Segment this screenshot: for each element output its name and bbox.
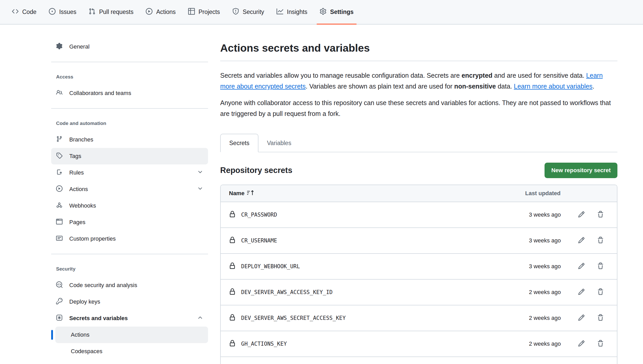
webhook-icon	[56, 202, 63, 210]
tab-label: Settings	[330, 9, 354, 15]
sidebar-item-secrets-variables[interactable]: Secrets and variables	[51, 310, 208, 327]
column-name-label: Name	[229, 190, 244, 197]
table-row: CR_USERNAME 3 weeks ago	[221, 227, 617, 253]
sidebar-item-collaborators[interactable]: Collaborators and teams	[51, 85, 208, 101]
tab-issues[interactable]: Issues	[44, 0, 81, 24]
table-row: DEV_SERVER_AWS_SECRET_ACCESS_KEY 2 weeks…	[221, 305, 617, 331]
key-asterisk-icon	[56, 314, 63, 322]
table-row: GH_ACTIONS_KEY 2 weeks ago	[221, 331, 617, 357]
section-title: Repository secrets	[220, 166, 292, 175]
last-updated: 3 weeks ago	[499, 211, 561, 218]
lock-icon	[229, 314, 236, 322]
intro-text: . Variables are shown as plain text and …	[306, 83, 454, 90]
tab-code[interactable]: Code	[7, 0, 41, 24]
sidebar-item-label: Deploy keys	[69, 298, 100, 305]
edit-secret-button[interactable]	[578, 288, 585, 296]
sidebar-subitem-codespaces[interactable]: Codespaces	[55, 343, 208, 360]
edit-secret-button[interactable]	[578, 263, 585, 270]
tab-actions[interactable]: Actions	[141, 0, 180, 24]
secret-name-cell: CR_USERNAME	[229, 237, 499, 244]
edit-secret-button[interactable]	[578, 211, 585, 219]
chevron-down-icon	[197, 186, 203, 193]
trash-icon	[597, 237, 604, 244]
pencil-icon	[578, 314, 585, 322]
secret-name-cell: CR_PASSWORD	[229, 211, 499, 219]
column-name[interactable]: Name	[229, 189, 254, 197]
intro-bold-non-sensitive: non-sensitive	[454, 83, 496, 90]
secret-name: DEV_SERVER_AWS_ACCESS_KEY_ID	[241, 289, 333, 295]
new-repository-secret-button[interactable]: New repository secret	[545, 163, 617, 178]
sidebar-item-custom-properties[interactable]: Custom properties	[51, 231, 208, 247]
secret-name: DEPLOY_WEBHOOK_URL	[241, 263, 300, 270]
git-pull-request-icon	[89, 8, 95, 16]
sidebar-item-rules[interactable]: Rules	[51, 164, 208, 181]
sidebar-subitem-dependabot[interactable]: Dependabot	[55, 360, 208, 364]
last-updated: 2 weeks ago	[499, 315, 561, 321]
sidebar-item-actions[interactable]: Actions	[51, 181, 208, 197]
delete-secret-button[interactable]	[597, 211, 604, 219]
delete-secret-button[interactable]	[597, 263, 604, 270]
sidebar-item-tags[interactable]: Tags	[51, 148, 208, 164]
sidebar-item-label: Collaborators and teams	[69, 90, 131, 97]
sidebar-item-label: General	[69, 43, 89, 50]
sidebar-item-label: Custom properties	[69, 235, 116, 242]
trash-icon	[597, 263, 604, 270]
edit-secret-button[interactable]	[578, 314, 585, 322]
sidebar-item-branches[interactable]: Branches	[51, 131, 208, 148]
pencil-icon	[578, 340, 585, 348]
secret-name: DEV_SERVER_AWS_SECRET_ACCESS_KEY	[241, 315, 346, 321]
sidebar-item-pages[interactable]: Pages	[51, 214, 208, 231]
trash-icon	[597, 211, 604, 219]
sidebar-subitem-actions[interactable]: Actions	[55, 327, 208, 343]
delete-secret-button[interactable]	[597, 237, 604, 244]
intro-bold-encrypted: encrypted	[462, 72, 492, 79]
sidebar-item-label: Webhooks	[69, 202, 96, 209]
intro-text: Secrets and variables allow you to manag…	[220, 72, 462, 79]
sidebar-item-code-security[interactable]: Code security and analysis	[51, 277, 208, 294]
tab-secrets[interactable]: Secrets	[220, 134, 258, 152]
repo-tab-nav: Code Issues Pull requests Actions Projec…	[0, 0, 643, 25]
rules-icon	[56, 169, 63, 177]
link-variables[interactable]: Learn more about variables	[514, 83, 592, 90]
edit-secret-button[interactable]	[578, 340, 585, 348]
sidebar-item-webhooks[interactable]: Webhooks	[51, 197, 208, 214]
tab-variables[interactable]: Variables	[258, 134, 300, 152]
edit-secret-button[interactable]	[578, 237, 585, 244]
tab-label: Code	[22, 9, 36, 15]
lock-icon	[229, 211, 236, 219]
secret-name-cell: DEV_SERVER_AWS_SECRET_ACCESS_KEY	[229, 314, 499, 322]
trash-icon	[597, 314, 604, 322]
intro-text: .	[593, 83, 594, 90]
sidebar-item-label: Secrets and variables	[69, 315, 128, 322]
intro-text: and are used for sensitive data.	[492, 72, 586, 79]
lock-icon	[229, 288, 236, 296]
delete-secret-button[interactable]	[597, 314, 604, 322]
tab-settings[interactable]: Settings	[315, 0, 358, 24]
sidebar-divider	[51, 254, 208, 254]
pencil-icon	[578, 288, 585, 296]
delete-secret-button[interactable]	[597, 340, 604, 348]
delete-secret-button[interactable]	[597, 288, 604, 296]
sidebar-item-label: Rules	[69, 169, 84, 176]
secret-name-cell: DEV_SERVER_AWS_ACCESS_KEY_ID	[229, 288, 499, 296]
sidebar-item-deploy-keys[interactable]: Deploy keys	[51, 294, 208, 310]
tag-icon	[56, 152, 63, 160]
key-icon	[56, 298, 63, 306]
tab-insights[interactable]: Insights	[272, 0, 312, 24]
sidebar-item-general[interactable]: General	[51, 38, 208, 55]
secret-name: GH_ACTIONS_KEY	[241, 341, 287, 347]
table-icon	[188, 8, 195, 16]
secrets-table-header: Name Last updated	[221, 185, 617, 202]
tab-projects[interactable]: Projects	[183, 0, 225, 24]
play-icon	[56, 185, 63, 193]
table-row-partial	[221, 357, 617, 364]
secret-name-cell: GH_ACTIONS_KEY	[229, 340, 499, 348]
pencil-icon	[578, 237, 585, 244]
sidebar-item-label: Actions	[69, 186, 88, 193]
sidebar-item-label: Pages	[69, 219, 85, 226]
tab-pull-requests[interactable]: Pull requests	[84, 0, 138, 24]
column-last-updated: Last updated	[525, 190, 561, 197]
tab-security[interactable]: Security	[228, 0, 269, 24]
tab-label: Projects	[198, 9, 220, 15]
secret-name: CR_USERNAME	[241, 238, 277, 244]
